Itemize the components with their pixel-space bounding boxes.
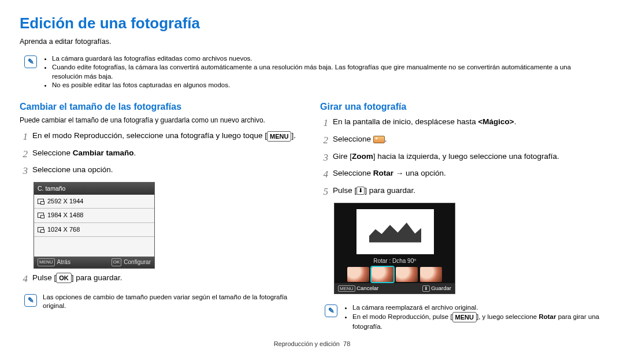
- screen-confirm[interactable]: OKConfigurar: [112, 258, 151, 266]
- rotate-step-2: Seleccione .: [333, 133, 604, 145]
- screen-back[interactable]: MENUAtrás: [38, 258, 70, 266]
- resize-step-3: Seleccione una opción.: [32, 164, 304, 176]
- rotate-note-item: En el modo Reproducción, pulse [MENU], y…: [352, 312, 600, 332]
- resize-desc: Puede cambiar el tamaño de una fotografí…: [20, 116, 304, 125]
- step-number: 4: [20, 272, 28, 287]
- section-heading-resize: Cambiar el tamaño de las fotografías: [20, 101, 304, 113]
- page-title: Edición de una fotografía: [20, 13, 604, 34]
- rotate-thumb[interactable]: [347, 267, 369, 282]
- rotate-step-1: En la pantalla de inicio, desplácese has…: [333, 116, 604, 128]
- size-option[interactable]: 2592 X 1944: [34, 195, 154, 209]
- top-note-box: ✎ La cámara guardará las fotografías edi…: [20, 51, 604, 94]
- section-resize: Cambiar el tamaño de las fotografías Pue…: [20, 101, 304, 335]
- step-number: 1: [20, 130, 28, 144]
- page-intro: Aprenda a editar fotografías.: [20, 37, 604, 47]
- gallery-icon: [373, 136, 385, 143]
- page-footer: Reproducción y edición 78: [20, 340, 604, 348]
- menu-icon: MENU: [452, 312, 477, 322]
- ok-icon: OK: [56, 273, 72, 283]
- step-number: 4: [320, 168, 328, 182]
- rotate-step-5: Pulse [⬇] para guardar.: [333, 185, 604, 196]
- rotate-preview: [356, 209, 434, 254]
- resize-note: ✎ Las opciones de cambio de tamaño puede…: [20, 289, 304, 314]
- screen-save[interactable]: ⬇ Guardar: [422, 284, 452, 292]
- size-option[interactable]: 1024 X 768: [34, 223, 154, 237]
- resize-step-4: Pulse [OK] para guardar.: [32, 272, 304, 284]
- step-number: 2: [320, 133, 328, 148]
- top-note-item: La cámara guardará las fotografías edita…: [52, 54, 600, 64]
- rotate-note: ✎ La cámara reemplazará el archivo origi…: [320, 300, 604, 335]
- top-note-item: Cuando edite fotografías, la cámara las …: [52, 63, 600, 81]
- note-icon: ✎: [24, 294, 37, 307]
- resize-step-2: Seleccione Cambiar tamaño.: [32, 147, 304, 159]
- menu-icon: MENU: [267, 131, 291, 142]
- top-note-item: No es posible editar las fotos capturada…: [52, 81, 600, 90]
- step-number: 5: [320, 185, 328, 199]
- rotate-label: Rotar : Dcha 90º: [335, 257, 455, 265]
- step-number: 1: [320, 116, 328, 131]
- rotate-step-3: Gire [Zoom] hacia la izquierda, y luego …: [333, 151, 604, 162]
- rotate-thumb[interactable]: [396, 267, 418, 282]
- section-heading-rotate: Girar una fotografía: [320, 101, 604, 113]
- rotate-camera-screen: Rotar : Dcha 90º MENU Cancelar ⬇ Guardar: [334, 203, 455, 294]
- step-number: 2: [20, 147, 28, 162]
- save-icon: ⬇: [356, 187, 365, 195]
- step-number: 3: [320, 151, 328, 165]
- section-rotate: Girar una fotografía 1 En la pantalla de…: [320, 101, 604, 335]
- screen-cancel[interactable]: MENU Cancelar: [338, 284, 378, 292]
- resize-camera-screen: C. tamaño 2592 X 1944 1984 X 1488 1024 X…: [34, 182, 155, 269]
- note-icon: ✎: [24, 55, 37, 68]
- screen-header: C. tamaño: [34, 183, 154, 195]
- rotate-thumb[interactable]: [420, 267, 442, 282]
- size-option[interactable]: 1984 X 1488: [34, 209, 154, 222]
- step-number: 3: [20, 164, 28, 179]
- rotate-thumb-selected[interactable]: [372, 267, 393, 282]
- rotate-step-4: Seleccione Rotar → una opción.: [333, 168, 604, 179]
- note-icon: ✎: [325, 304, 337, 317]
- rotate-note-item: La cámara reemplazará el archivo origina…: [352, 303, 600, 313]
- resize-step-1: En el modo Reproducción, seleccione una …: [32, 130, 304, 142]
